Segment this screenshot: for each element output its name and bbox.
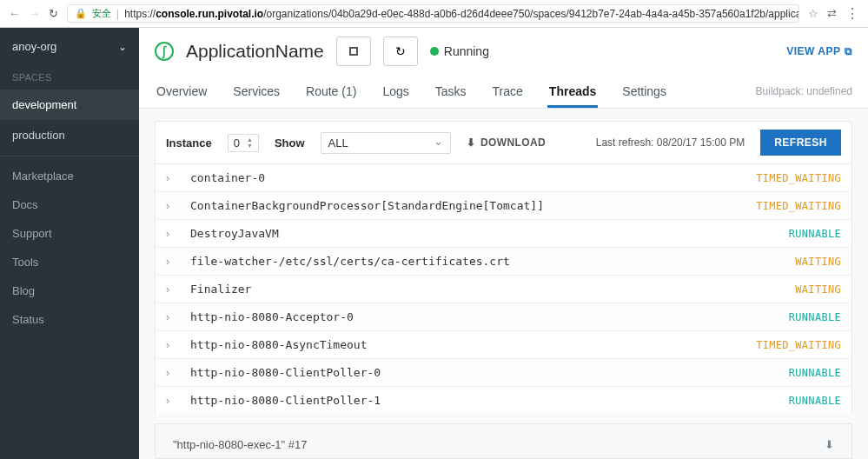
sidebar-divider	[0, 156, 139, 156]
thread-detail-line: "http-nio-8080-exec-1" #17	[173, 438, 308, 451]
thread-state: RUNNABLE	[789, 395, 841, 407]
thread-list: ›container-0TIMED_WAITING›ContainerBackg…	[155, 164, 852, 413]
browser-address-bar: ← → ↻ 🔒 安全 | https://console.run.pivotal…	[0, 0, 868, 28]
thread-row[interactable]: ›ContainerBackgroundProcessor[StandardEn…	[156, 192, 851, 220]
status-dot-icon	[430, 47, 439, 56]
tab-bar: OverviewServicesRoute (1)LogsTasksTraceT…	[139, 75, 868, 109]
stepper-arrows-icon: ▲▼	[247, 136, 253, 149]
thread-state: TIMED_WAITING	[756, 172, 841, 184]
chevron-right-icon: ›	[166, 228, 176, 240]
download-icon[interactable]: ⬇	[825, 438, 834, 451]
bookmark-star-icon[interactable]: ☆	[808, 7, 818, 20]
safe-label: 安全	[92, 7, 111, 20]
chevron-right-icon: ›	[166, 256, 176, 268]
thread-name: file-watcher-/etc/ssl/certs/ca-certifica…	[190, 255, 781, 268]
thread-name: http-nio-8080-AsyncTimeout	[190, 338, 742, 351]
show-select[interactable]: ALL	[321, 132, 451, 154]
sidebar-space-development[interactable]: development	[0, 90, 139, 120]
thread-name: container-0	[190, 171, 742, 184]
restart-button[interactable]: ↻	[383, 37, 418, 66]
sidebar-link-support[interactable]: Support	[0, 219, 139, 248]
tab-overview[interactable]: Overview	[155, 75, 209, 108]
chevron-right-icon: ›	[166, 172, 176, 184]
threads-toolbar: Instance 0 ▲▼ Show ALL ⬇ DOWNLOAD Last r…	[155, 121, 852, 164]
sidebar: anoy-org ⌄ SPACES developmentproduction …	[0, 28, 139, 459]
url-field[interactable]: 🔒 安全 | https://console.run.pivotal.io/or…	[67, 4, 799, 23]
instance-stepper[interactable]: 0 ▲▼	[228, 134, 259, 152]
thread-state: RUNNABLE	[789, 228, 841, 240]
app-header: ʃ ApplicationName ↻ Running VIEW APP ⧉	[139, 28, 868, 75]
tab-threads[interactable]: Threads	[547, 75, 598, 108]
thread-name: DestroyJavaVM	[190, 227, 775, 240]
extension-icon[interactable]: ⇄	[827, 7, 837, 20]
thread-state: WAITING	[795, 283, 841, 296]
tab-settings[interactable]: Settings	[620, 75, 668, 108]
thread-row[interactable]: ›container-0TIMED_WAITING	[156, 164, 851, 192]
thread-name: ContainerBackgroundProcessor[StandardEng…	[190, 199, 742, 212]
stop-button[interactable]	[336, 37, 371, 66]
thread-row[interactable]: ›file-watcher-/etc/ssl/certs/ca-certific…	[156, 248, 851, 276]
chevron-right-icon: ›	[166, 367, 176, 379]
chevron-right-icon: ›	[166, 395, 176, 407]
chevron-right-icon: ›	[166, 283, 176, 296]
sidebar-space-production[interactable]: production	[0, 120, 139, 150]
org-switcher[interactable]: anoy-org ⌄	[0, 28, 139, 65]
thread-state: TIMED_WAITING	[756, 200, 841, 212]
chevron-right-icon: ›	[166, 311, 176, 323]
sidebar-link-tools[interactable]: Tools	[0, 248, 139, 276]
thread-row[interactable]: ›http-nio-8080-AsyncTimeoutTIMED_WAITING	[156, 331, 851, 359]
refresh-button[interactable]: REFRESH	[760, 130, 841, 156]
thread-state: TIMED_WAITING	[756, 339, 841, 351]
chevron-right-icon: ›	[166, 339, 176, 351]
url-text: https://console.run.pivotal.io/organizat…	[124, 8, 799, 20]
thread-row[interactable]: ›FinalizerWAITING	[156, 276, 851, 303]
sidebar-link-docs[interactable]: Docs	[0, 190, 139, 219]
cloudfoundry-icon: ʃ	[155, 42, 174, 61]
thread-name: Finalizer	[190, 283, 781, 296]
nav-back-icon[interactable]: ←	[9, 7, 20, 20]
thread-row[interactable]: ›DestroyJavaVMRUNNABLE	[156, 220, 851, 248]
nav-reload-icon[interactable]: ↻	[49, 7, 58, 20]
browser-menu-icon[interactable]: ⋮	[845, 5, 859, 22]
download-icon: ⬇	[467, 136, 475, 149]
restart-icon: ↻	[395, 44, 406, 58]
app-name: ApplicationName	[186, 41, 324, 62]
stop-icon	[349, 47, 358, 56]
chevron-down-icon: ⌄	[118, 41, 127, 53]
thread-name: http-nio-8080-ClientPoller-0	[190, 366, 775, 379]
tab-tasks[interactable]: Tasks	[434, 75, 468, 108]
lock-icon: 🔒	[75, 8, 87, 19]
thread-detail-panel: "http-nio-8080-exec-1" #17 ⬇	[155, 423, 852, 459]
thread-state: RUNNABLE	[789, 367, 841, 379]
download-button[interactable]: ⬇ DOWNLOAD	[467, 136, 547, 149]
thread-name: http-nio-8080-ClientPoller-1	[190, 394, 775, 407]
thread-name: http-nio-8080-Acceptor-0	[190, 310, 775, 323]
spaces-heading: SPACES	[0, 65, 139, 90]
sidebar-link-marketplace[interactable]: Marketplace	[0, 162, 139, 190]
tab-trace[interactable]: Trace	[491, 75, 525, 108]
tab-logs[interactable]: Logs	[381, 75, 410, 108]
thread-state: RUNNABLE	[789, 311, 841, 323]
org-name: anoy-org	[12, 40, 56, 53]
instance-label: Instance	[166, 136, 212, 150]
tab-route-1-[interactable]: Route (1)	[304, 75, 358, 108]
thread-row[interactable]: ›http-nio-8080-ClientPoller-0RUNNABLE	[156, 359, 851, 387]
view-app-link[interactable]: VIEW APP ⧉	[786, 45, 852, 57]
thread-row[interactable]: ›http-nio-8080-ClientPoller-1RUNNABLE	[156, 387, 851, 413]
tab-services[interactable]: Services	[231, 75, 282, 108]
chevron-right-icon: ›	[166, 200, 176, 212]
buildpack-label: Buildpack: undefined	[756, 85, 852, 97]
app-status: Running	[430, 44, 489, 58]
show-label: Show	[275, 136, 305, 150]
thread-state: WAITING	[795, 256, 841, 268]
sidebar-link-status[interactable]: Status	[0, 305, 139, 334]
external-link-icon: ⧉	[845, 45, 853, 57]
last-refresh-text: Last refresh: 08/20/17 15:00 PM	[596, 136, 745, 149]
sidebar-link-blog[interactable]: Blog	[0, 276, 139, 305]
status-text: Running	[444, 44, 489, 58]
nav-forward-icon[interactable]: →	[29, 7, 40, 20]
thread-row[interactable]: ›http-nio-8080-Acceptor-0RUNNABLE	[156, 303, 851, 331]
